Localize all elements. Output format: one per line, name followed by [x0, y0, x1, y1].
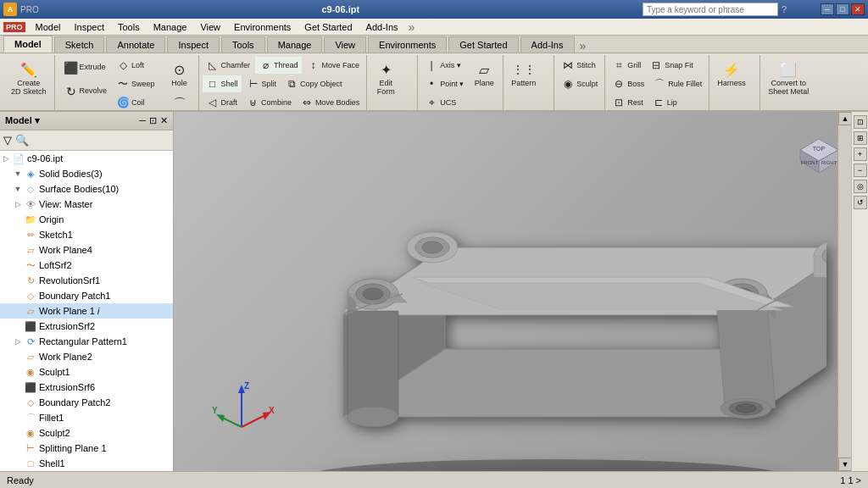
tab-manage[interactable]: Manage — [267, 36, 323, 53]
tab-annotate[interactable]: Annotate — [106, 36, 165, 53]
tree-item-view-master[interactable]: ▷ 👁 View: Master — [0, 197, 173, 212]
model-tree[interactable]: ▷ 📄 c9-06.ipt ▼ ◈ Solid Bodies(3) ▼ ◇ Su… — [0, 151, 173, 471]
tree-expand-surface[interactable]: ▼ — [12, 185, 24, 193]
scroll-track[interactable] — [838, 125, 851, 458]
menu-inspect[interactable]: Inspect — [67, 20, 110, 34]
tree-item-splitting-plane[interactable]: ⊢ Splitting Plane 1 — [0, 441, 173, 456]
move-bodies-button[interactable]: ⇔ Move Bodies — [297, 94, 363, 111]
tree-label-shell1: Shell1 — [39, 458, 65, 469]
help-icon[interactable]: ? — [782, 4, 787, 14]
hole-button[interactable]: ⊙ Hole — [164, 57, 195, 91]
tree-item-boundary2[interactable]: ◇ Boundary Patch2 — [0, 395, 173, 410]
harness-button[interactable]: ⚡ Harness — [713, 57, 750, 91]
tree-item-work-plane1[interactable]: ▱ Work Plane 1 i — [0, 303, 173, 319]
view-cube[interactable]: TOP FRONT RIGHT — [792, 120, 843, 171]
tree-item-work-plane4[interactable]: ▱ Work Plane4 — [0, 242, 173, 258]
search-tree-icon[interactable]: 🔍 — [15, 134, 29, 147]
tab-environments[interactable]: Environments — [368, 36, 447, 53]
filter-icon[interactable]: ▽ — [3, 134, 12, 147]
create-2d-sketch-button[interactable]: ✏️ Create2D Sketch — [7, 57, 51, 99]
tab-get-started[interactable]: Get Started — [448, 36, 518, 53]
maximize-button[interactable]: □ — [836, 3, 849, 15]
menu-tools[interactable]: Tools — [111, 20, 147, 34]
tree-item-work-plane2[interactable]: ▱ Work Plane2 — [0, 349, 173, 364]
tree-item-solid-bodies[interactable]: ▼ ◈ Solid Bodies(3) — [0, 166, 173, 181]
scroll-up-button[interactable]: ▲ — [838, 112, 851, 125]
edit-form-button[interactable]: ✦ EditForm — [370, 57, 401, 99]
menu-environments[interactable]: Environments — [227, 20, 298, 34]
menu-view[interactable]: View — [193, 20, 227, 34]
thread-button[interactable]: ⌀ Thread — [255, 57, 302, 74]
sculpt-button[interactable]: ◉ Sculpt — [558, 75, 601, 92]
shell-button[interactable]: □ Shell — [203, 75, 242, 92]
chamfer-button[interactable]: ◺ Chamfer — [203, 57, 254, 74]
expand-icon[interactable]: » — [409, 20, 415, 34]
extrude-button[interactable]: ⬛ Extrude — [58, 57, 112, 79]
tab-expand-icon[interactable]: » — [580, 39, 587, 53]
tree-item-surface-bodies[interactable]: ▼ ◇ Surface Bodies(10) — [0, 181, 173, 197]
3d-viewport[interactable]: Z X Y TOP FRONT — [174, 112, 851, 471]
loft-button[interactable]: ◇ Loft — [113, 57, 163, 74]
move-face-button[interactable]: ↕ Move Face — [303, 57, 364, 74]
tree-item-root[interactable]: ▷ 📄 c9-06.ipt — [0, 151, 173, 166]
menu-get-started[interactable]: Get Started — [298, 20, 359, 34]
menu-manage[interactable]: Manage — [147, 20, 194, 34]
rest-button[interactable]: ⊡ Rest — [609, 94, 647, 111]
tab-inspect[interactable]: Inspect — [167, 36, 219, 53]
tab-add-ins[interactable]: Add-Ins — [520, 36, 575, 53]
tree-item-sculpt1[interactable]: ◉ Sculpt1 — [0, 364, 173, 380]
harness-icon: ⚡ — [721, 59, 742, 80]
minimize-button[interactable]: ─ — [821, 3, 834, 15]
lip-button[interactable]: ⊏ Lip — [648, 94, 681, 111]
sweep-button[interactable]: 〜 Sweep — [113, 75, 163, 92]
grill-label: Grill — [627, 61, 641, 69]
panel-close-button[interactable]: ✕ — [160, 115, 168, 126]
tree-item-origin[interactable]: 📁 Origin — [0, 212, 173, 227]
tree-icon-shell1: □ — [24, 457, 37, 470]
tree-item-extrusion6[interactable]: ⬛ ExtrusionSrf6 — [0, 380, 173, 395]
draft-button[interactable]: ◁ Draft — [203, 94, 242, 111]
tree-item-sculpt2[interactable]: ◉ Sculpt2 — [0, 425, 173, 441]
ucs-button[interactable]: ⌖ UCS — [421, 94, 467, 111]
tree-item-rect-pattern[interactable]: ▷ ⟳ Rectangular Pattern1 — [0, 334, 173, 349]
tab-view[interactable]: View — [324, 36, 366, 53]
viewport-scrollbar[interactable]: ▲ ▼ — [837, 112, 851, 471]
window-controls: ─ □ ✕ — [821, 3, 865, 15]
plane-button[interactable]: ▱ Plane — [469, 57, 499, 91]
scroll-down-button[interactable]: ▼ — [838, 458, 851, 471]
tree-item-boundary1[interactable]: ◇ Boundary Patch1 — [0, 288, 173, 303]
tab-tools[interactable]: Tools — [221, 36, 265, 53]
tree-item-sketch1[interactable]: ✏ Sketch1 — [0, 227, 173, 242]
tree-item-shell1[interactable]: □ Shell1 — [0, 456, 173, 471]
revolve-button[interactable]: ↻ Revolve — [58, 80, 112, 103]
boss-button[interactable]: ⊖ Boss — [609, 75, 648, 92]
menu-add-ins[interactable]: Add-Ins — [359, 20, 405, 34]
combine-button[interactable]: ⊎ Combine — [242, 94, 295, 111]
tree-item-extrusion2[interactable]: ⬛ ExtrusionSrf2 — [0, 319, 173, 334]
point-button[interactable]: • Point ▾ — [421, 75, 467, 92]
tree-expand-view[interactable]: ▷ — [12, 200, 24, 208]
snap-fit-button[interactable]: ⊟ Snap Fit — [646, 57, 697, 74]
rule-fillet-button[interactable]: ⌒ Rule Fillet — [649, 75, 705, 92]
split-button[interactable]: ⊢ Split — [243, 75, 281, 92]
coil-button[interactable]: 🌀 Coil — [113, 94, 163, 111]
tree-item-fillet1[interactable]: ⌒ Fillet1 — [0, 410, 173, 425]
tree-expand-root[interactable]: ▷ — [0, 154, 12, 163]
tree-item-revolution[interactable]: ↻ RevolutionSrf1 — [0, 273, 173, 288]
pattern-button[interactable]: ⋮⋮ Pattern — [507, 57, 540, 91]
convert-sheet-metal-button[interactable]: ⬜ Convert toSheet Metal — [764, 57, 813, 99]
ribbon: Model Sketch Annotate Inspect Tools Mana… — [0, 36, 868, 112]
copy-object-button[interactable]: ⧉ Copy Object — [281, 75, 346, 92]
grill-button[interactable]: ⌗ Grill — [609, 57, 644, 74]
axis-button[interactable]: | Axis ▾ — [421, 57, 467, 74]
tab-sketch[interactable]: Sketch — [54, 36, 105, 53]
panel-float-button[interactable]: ⊡ — [149, 115, 157, 126]
panel-minimize-button[interactable]: ─ — [139, 115, 146, 126]
tab-model[interactable]: Model — [3, 36, 53, 53]
tree-expand-solid[interactable]: ▼ — [12, 169, 24, 178]
keyword-search-input[interactable] — [643, 3, 778, 16]
stitch-button[interactable]: ⋈ Stitch — [558, 57, 599, 74]
tree-item-loftsrf2[interactable]: 〜 LoftSrf2 — [0, 258, 173, 273]
tree-expand-rect[interactable]: ▷ — [12, 337, 24, 346]
menu-model[interactable]: Model — [29, 20, 68, 34]
